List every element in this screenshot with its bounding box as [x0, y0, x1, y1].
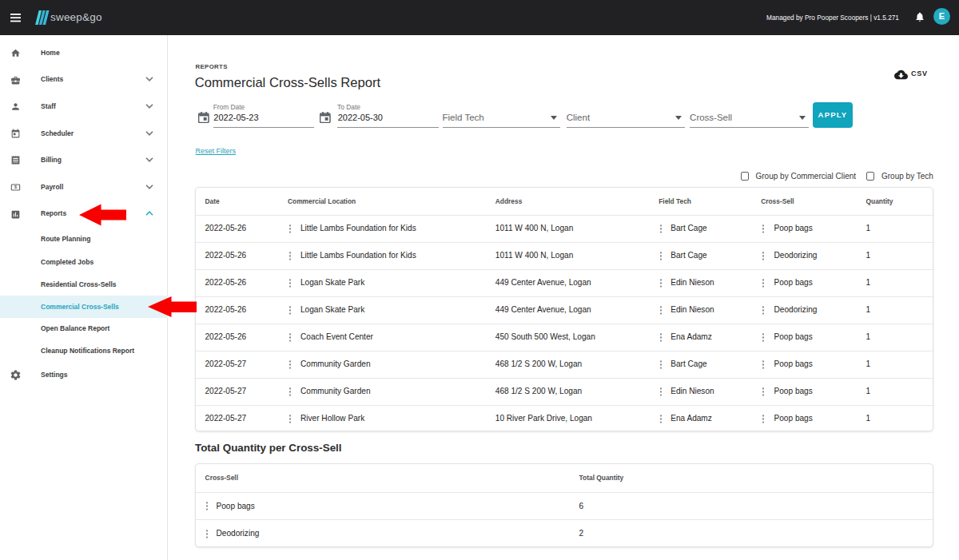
svg-text:$: $ [14, 185, 17, 189]
